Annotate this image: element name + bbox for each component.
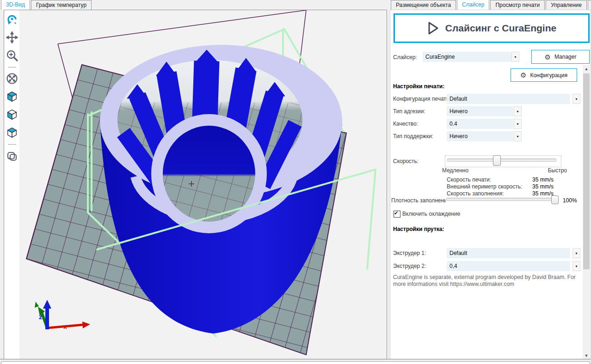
slicer-panel: Слайсинг с CuraEngine Слайсер: CuraEngin… [390,10,591,359]
isometric-view-icon[interactable] [6,90,18,103]
manager-button-label: Manager [554,54,576,60]
repetier-host-window: 3D-Вид График температур [0,0,591,364]
adhesion-select[interactable]: Ничего [447,106,513,116]
tab-temperature-graph[interactable]: График температур [31,0,92,10]
slicer-select-arrow[interactable] [511,52,519,62]
speed-slider-handle[interactable] [493,155,501,166]
extruder2-select-arrow[interactable] [573,261,580,271]
print-settings-heading: Настройки печати: [393,83,444,90]
print-speed-label: Скорость печати: [447,176,491,183]
top-view-icon[interactable] [6,126,18,139]
quality-select-arrow[interactable] [514,119,522,129]
print-config-select[interactable]: Default [447,94,570,104]
tab-manual-control[interactable]: Управление [546,0,587,10]
configuration-button[interactable]: ⚙ Конфигурация [511,68,577,82]
speed-label: Скорость: [393,158,419,164]
toolbar-separator [8,67,16,67]
axis-z-label: z [39,313,43,321]
play-icon [427,21,439,35]
rotate-view-icon[interactable] [6,13,18,26]
log-panel-top [1,361,590,364]
extruder1-select-arrow[interactable] [573,248,580,258]
tab-print-preview[interactable]: Просмотр печати [490,0,545,10]
slicer-label: Слайсер: [393,54,417,61]
configuration-button-label: Конфигурация [530,72,567,79]
right-area: Размещение объекта Слайсер Просмотр печа… [390,0,591,359]
pan-view-icon[interactable] [6,31,18,44]
filament-settings-heading: Настройки прутка: [393,226,444,232]
gear-icon: ⚙ [520,72,526,79]
fit-view-icon[interactable] [6,72,18,85]
quality-label: Качество: [393,121,418,127]
left-area: 3D-Вид График температур [0,0,390,359]
infill-density-slider-handle[interactable] [551,195,559,204]
scrollbar-down-arrow[interactable]: ▼ [583,352,590,359]
print-speed-value: 35 mm/s [532,176,554,183]
panel-scrollbar[interactable]: ▲ ▼ [583,65,590,359]
slice-button[interactable]: Слайсинг с CuraEngine [394,13,590,43]
tab-object-placement[interactable]: Размещение объекта [391,0,456,10]
curaengine-note: CuraEngine is separate, external program… [393,274,577,288]
view-tabbar: 3D-Вид График температур [0,0,387,10]
adhesion-select-arrow[interactable] [514,106,522,116]
speed-slow-label: Медленно [442,167,468,174]
extruder2-label: Экструдер 2: [393,263,426,269]
outer-perimeter-speed-value: 35 mm/s [532,183,554,190]
infill-density-slider[interactable] [446,198,559,201]
outer-perimeter-speed-label: Внешний периметр скорость: [447,183,522,190]
slice-button-label: Слайсинг с CuraEngine [445,23,556,34]
support-select-arrow[interactable] [514,131,522,141]
tab-3d-view[interactable]: 3D-Вид [1,0,30,10]
cooling-checkbox[interactable] [394,211,400,218]
bottom-splitter[interactable] [0,359,591,364]
infill-density-label: Плотность заполнени: [391,197,446,204]
adhesion-label: Тип адгезии: [393,108,425,115]
extruder1-select[interactable]: Default [447,248,570,258]
front-view-icon[interactable] [6,108,18,121]
panel-tabbar: Размещение объекта Слайсер Просмотр печа… [390,0,591,10]
print-config-label: Конфигурация печати: [393,96,451,102]
scrollbar-thumb[interactable] [583,73,590,269]
speed-fast-label: Быстро [547,167,567,174]
print-config-select-arrow[interactable] [573,94,580,104]
infill-speed-label: Скорость заполнения: [447,190,504,197]
quality-select[interactable]: 0.4 [447,119,513,129]
extruder2-select[interactable]: 0,4 [447,261,570,271]
cooling-label: Включить охлаждение [402,211,460,217]
parallel-projection-icon[interactable] [6,149,18,162]
infill-density-value: 100% [563,197,577,204]
toolbar-separator [8,144,16,145]
speed-slider[interactable] [447,158,557,162]
zoom-in-icon[interactable] [6,49,18,62]
manager-button[interactable]: ⚙ Manager [531,50,590,64]
support-select[interactable]: Ничего [447,131,513,141]
view-toolbar [4,10,19,359]
infill-speed-value: 35 mm/s [532,190,554,197]
axis-x-label: x [63,323,67,330]
gear-icon: ⚙ [545,54,551,61]
extruder1-label: Экструдер 1: [393,250,426,256]
workspace: x z [4,10,387,359]
tab-sd-card[interactable]: SD-карта [588,0,591,10]
support-label: Тип поддержки: [393,133,433,140]
scrollbar-up-arrow[interactable]: ▲ [583,65,590,73]
tab-slicer[interactable]: Слайсер [457,0,489,10]
slicer-select[interactable]: CuraEngine [423,52,511,62]
3d-viewport[interactable]: x z [19,10,387,359]
